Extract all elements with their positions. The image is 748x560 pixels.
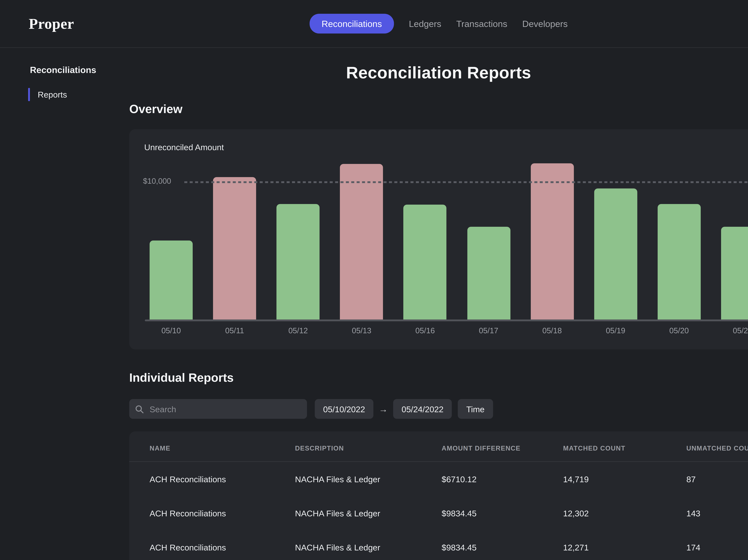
bar-05/11: [213, 177, 256, 320]
cell-unmatched-count: 143: [686, 508, 748, 518]
overview-heading: Overview: [129, 102, 183, 116]
active-indicator: [28, 88, 30, 101]
individual-reports-heading: Individual Reports: [129, 371, 234, 385]
top-nav: Reconciliations Ledgers Transactions Dev…: [309, 0, 567, 47]
y-axis-threshold-label: $10,000: [143, 177, 171, 185]
col-header-name: NAME: [149, 445, 295, 452]
x-tick-label: 05/16: [415, 326, 435, 335]
x-tick-label: 05/13: [352, 326, 371, 335]
date-end-button[interactable]: 05/24/2022: [393, 399, 452, 419]
cell-name: ACH Reconciliations: [149, 542, 295, 552]
bar-05/16: [404, 205, 447, 320]
date-start-button[interactable]: 05/10/2022: [315, 399, 373, 419]
bar-05/23: [721, 227, 748, 320]
top-bar: Proper Reconciliations Ledgers Transacti…: [0, 0, 748, 48]
cell-amount-difference: $9834.45: [442, 508, 563, 518]
nav-tab-developers[interactable]: Developers: [522, 19, 568, 29]
bar-05/12: [277, 204, 320, 320]
cell-description: NACHA Files & Ledger: [295, 474, 442, 484]
col-header-matched-count: MATCHED COUNT: [563, 445, 686, 452]
x-tick-label: 05/23: [733, 326, 748, 335]
nav-tab-reconciliations[interactable]: Reconciliations: [309, 14, 394, 33]
table-row[interactable]: ACH Reconciliations NACHA Files & Ledger…: [129, 496, 748, 530]
cell-description: NACHA Files & Ledger: [295, 508, 442, 518]
x-tick-label: 05/17: [479, 326, 498, 335]
threshold-dashed-line: [184, 181, 748, 183]
x-axis-baseline: [145, 320, 748, 321]
bar-05/19: [594, 188, 637, 320]
sidebar-item-reports[interactable]: Reports: [28, 87, 67, 102]
nav-tab-ledgers[interactable]: Ledgers: [409, 19, 441, 29]
table-header-row: NAME DESCRIPTION AMOUNT DIFFERENCE MATCH…: [129, 431, 748, 462]
app-logo: Proper: [29, 0, 74, 47]
app-root: Proper Reconciliations Ledgers Transacti…: [0, 0, 748, 560]
x-tick-label: 05/19: [606, 326, 625, 335]
cell-unmatched-count: 174: [686, 542, 748, 552]
x-tick-label: 05/20: [669, 326, 689, 335]
bar-05/17: [467, 227, 510, 320]
cell-description: NACHA Files & Ledger: [295, 542, 442, 552]
cell-unmatched-count: 87: [686, 474, 748, 484]
bar-05/10: [149, 241, 193, 320]
nav-tab-transactions[interactable]: Transactions: [456, 19, 507, 29]
table-row[interactable]: ACH Reconciliations NACHA Files & Ledger…: [129, 462, 748, 496]
x-tick-label: 05/18: [542, 326, 562, 335]
col-header-amount-difference: AMOUNT DIFFERENCE: [442, 445, 563, 452]
page-title: Reconciliation Reports: [29, 64, 748, 83]
bar-05/13: [340, 164, 383, 320]
table-row[interactable]: ACH Reconciliations NACHA Files & Ledger…: [129, 530, 748, 560]
x-tick-label: 05/10: [161, 326, 181, 335]
search-icon: [135, 405, 144, 413]
cell-name: ACH Reconciliations: [149, 474, 295, 484]
unreconciled-amount-chart-card: Unreconciled Amount $10,000 05/1005/1105…: [129, 129, 748, 349]
col-header-unmatched-count: UNMATCHED COUNT: [686, 445, 748, 452]
x-tick-label: 05/12: [288, 326, 308, 335]
cell-matched-count: 14,719: [563, 474, 686, 484]
search-box[interactable]: [129, 399, 307, 419]
cell-name: ACH Reconciliations: [149, 508, 295, 518]
filters-row: 05/10/2022 → 05/24/2022 Time: [129, 399, 493, 419]
bar-plot: 05/1005/1105/1205/1305/1605/1705/1805/19…: [129, 129, 748, 349]
cell-amount-difference: $6710.12: [442, 474, 563, 484]
sidebar-item-label: Reports: [38, 90, 67, 99]
bar-05/18: [531, 163, 574, 320]
bar-05/20: [657, 204, 701, 320]
individual-reports-table: NAME DESCRIPTION AMOUNT DIFFERENCE MATCH…: [129, 431, 748, 560]
col-header-description: DESCRIPTION: [295, 445, 442, 452]
cell-matched-count: 12,302: [563, 508, 686, 518]
x-tick-label: 05/11: [225, 326, 244, 335]
time-button[interactable]: Time: [458, 399, 493, 419]
search-input[interactable]: [148, 403, 301, 414]
table-body: ACH Reconciliations NACHA Files & Ledger…: [129, 462, 748, 560]
arrow-right-icon: →: [379, 404, 388, 414]
sidebar: Reconciliations Reports: [0, 47, 129, 560]
cell-matched-count: 12,271: [563, 542, 686, 552]
cell-amount-difference: $9834.45: [442, 542, 563, 552]
